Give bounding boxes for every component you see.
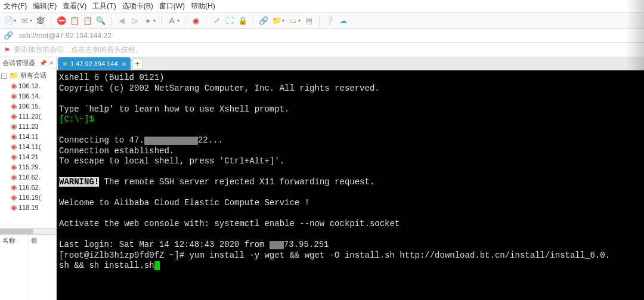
tree-root-label: 所有会话 [20, 71, 47, 80]
session-item[interactable]: ◉115.29. [0, 162, 56, 172]
fullscreen-icon[interactable]: ⛶ [225, 16, 234, 26]
session-icon: ◉ [11, 133, 17, 140]
session-icon: ◉ [11, 123, 17, 130]
session-item[interactable]: ◉111.23 [0, 121, 56, 131]
session-item[interactable]: ◉118.19 [0, 202, 56, 212]
open-icon[interactable]: ✉▾ [20, 16, 32, 26]
folder-icon: 📁 [9, 71, 18, 80]
about-icon[interactable]: ❔ [325, 16, 335, 26]
toolbar: 📄▾✉▾🕸⛔📋📋🔍◀▷●▾A▾◉⤢⛶🔒🔗📁▾▭▾▤❔☁ [0, 13, 644, 29]
session-item[interactable]: ◉111.23( [0, 111, 56, 121]
terminal[interactable]: Xshell 6 (Build 0121)Copyright (c) 2002 … [57, 70, 644, 300]
tip-bar: ⚑ 要添加当前会话，点击左侧的箭头按钮。 [0, 43, 644, 57]
cloud-icon[interactable]: ☁ [338, 16, 348, 26]
tile-icon[interactable]: ▭▾ [288, 16, 301, 26]
session-label: 111.23( [18, 113, 41, 120]
session-icon: ◉ [11, 184, 17, 191]
menu-help[interactable]: 帮助(H) [191, 1, 215, 11]
session-icon: ◉ [11, 163, 17, 171]
session-label: 114.21 [18, 153, 39, 160]
menu-window[interactable]: 窗口(W) [159, 1, 185, 11]
tab-active[interactable]: 1 47.92.194.144 ✕ [58, 57, 131, 70]
session-tree[interactable]: − 📁 所有会话 ◉106.13.◉106.14.◉106.15.◉111.23… [0, 69, 56, 228]
session-icon: ◉ [11, 113, 17, 120]
session-label: 114.11( [18, 143, 41, 150]
find-icon[interactable]: 🔍 [96, 16, 106, 26]
session-item[interactable]: ◉114.21 [0, 151, 56, 162]
sidebar-header: 会话管理器 📌 ✕ [0, 57, 56, 69]
dot-icon[interactable]: ●▾ [143, 16, 156, 26]
session-item[interactable]: ◉106.15. [0, 101, 56, 111]
menu-file[interactable]: 文件(F) [4, 1, 27, 11]
tunnel-icon[interactable]: 🔗 [259, 16, 268, 26]
sidebar-close-icon[interactable]: ✕ [49, 60, 54, 66]
menu-edit[interactable]: 编辑(E) [33, 1, 57, 11]
session-item[interactable]: ◉106.14. [0, 91, 56, 101]
tab-strip: 1 47.92.194.144 ✕ + [57, 57, 644, 70]
xftp-icon[interactable]: 📁▾ [272, 16, 284, 26]
session-icon: ◉ [11, 92, 17, 100]
sidebar-properties: 名称 值 [0, 234, 56, 300]
session-icon: ◉ [11, 153, 17, 160]
tree-hscrollbar[interactable] [0, 228, 56, 234]
session-item[interactable]: ◉116.62. [0, 172, 56, 182]
session-icon: ◉ [11, 194, 17, 201]
sidebar-title: 会话管理器 [2, 58, 35, 67]
disconnect-icon[interactable]: ⛔ [57, 16, 66, 26]
session-label: 116.62. [18, 174, 41, 181]
new-session-icon[interactable]: 📄▾ [4, 16, 16, 26]
menubar: 文件(F) 编辑(E) 查看(V) 工具(T) 选项卡(B) 窗口(W) 帮助(… [0, 0, 644, 13]
session-label: 106.13. [18, 82, 41, 89]
session-label: 115.29. [18, 163, 41, 171]
font-icon[interactable]: A▾ [167, 16, 179, 26]
session-label: 118.19( [18, 194, 41, 201]
session-item[interactable]: ◉118.19( [0, 192, 56, 202]
session-label: 106.14. [18, 92, 41, 100]
lock-icon[interactable]: 🔒 [238, 16, 247, 26]
session-label: 106.15. [18, 103, 41, 110]
session-item[interactable]: ◉116.62. [0, 182, 56, 192]
session-item[interactable]: ◉114.11 [0, 131, 56, 141]
menu-tools[interactable]: 工具(T) [92, 1, 116, 11]
session-item[interactable]: ◉106.13. [0, 81, 56, 91]
address-bar: 🔗 ssh://root@47.92.194.144:22 [0, 29, 644, 43]
sidebar-pin-icon[interactable]: 📌 [39, 60, 47, 66]
session-icon: ◉ [11, 174, 17, 181]
tab-close-icon[interactable]: ✕ [122, 61, 126, 67]
tab-label: 1 47.92.194.144 [70, 60, 118, 67]
props-col-name: 名称 [0, 235, 28, 300]
link-icon: 🔗 [4, 31, 13, 41]
paste-icon[interactable]: 📋 [83, 16, 92, 26]
address-input[interactable]: ssh://root@47.92.194.144:22 [17, 31, 640, 41]
session-label: 116.62. [18, 184, 41, 191]
flag-icon: ⚑ [4, 46, 10, 54]
tree-root[interactable]: − 📁 所有会话 [0, 70, 56, 81]
session-icon: ◉ [11, 143, 17, 150]
nav-back-icon[interactable]: ◀ [117, 16, 126, 26]
session-sidebar: 会话管理器 📌 ✕ − 📁 所有会话 ◉106.13.◉106.14.◉106.… [0, 57, 57, 300]
record-icon[interactable]: ◉ [191, 16, 200, 26]
props-col-value: 值 [28, 235, 57, 300]
collapse-icon[interactable]: − [1, 73, 7, 79]
connected-dot-icon [63, 62, 67, 66]
session-label: 118.19 [18, 204, 39, 211]
script-icon[interactable]: ▤ [304, 16, 314, 26]
new-tab-button[interactable]: + [132, 58, 143, 69]
session-icon: ◉ [11, 103, 17, 110]
reconnect-icon[interactable]: 🕸 [36, 16, 45, 26]
session-item[interactable]: ◉114.11( [0, 141, 56, 151]
session-icon: ◉ [11, 204, 17, 211]
menu-view[interactable]: 查看(V) [63, 1, 86, 11]
session-label: 114.11 [18, 133, 39, 140]
menu-tabs[interactable]: 选项卡(B) [122, 1, 153, 11]
exit-full-icon[interactable]: ⤢ [212, 16, 221, 26]
nav-fwd-icon[interactable]: ▷ [130, 16, 140, 26]
session-label: 111.23 [18, 123, 39, 130]
session-icon: ◉ [11, 82, 17, 89]
copy-icon[interactable]: 📋 [70, 16, 79, 26]
tip-text: 要添加当前会话，点击左侧的箭头按钮。 [14, 45, 143, 55]
